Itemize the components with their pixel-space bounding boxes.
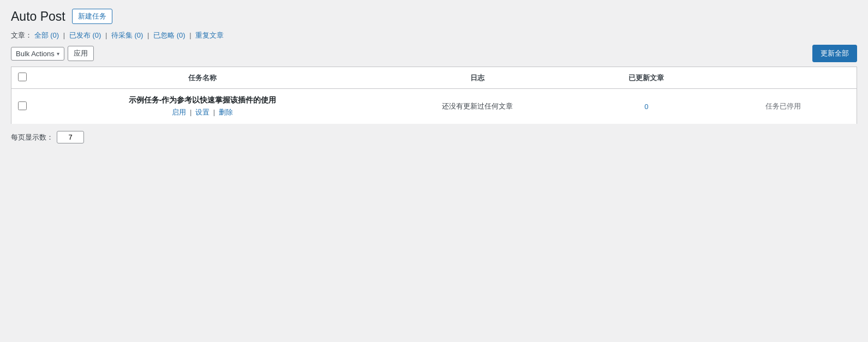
filter-ignored[interactable]: 已忽略 (0) [153, 31, 185, 39]
header-log-col: 日志 [372, 67, 583, 89]
updated-count: 0 [644, 103, 648, 111]
row-updated-cell: 0 [583, 89, 710, 124]
action-sep-1: | [190, 108, 191, 116]
row-checkbox[interactable] [18, 101, 27, 110]
new-task-button[interactable]: 新建任务 [72, 9, 112, 24]
update-all-button[interactable]: 更新全部 [812, 45, 857, 62]
table-row: 示例任务-作为参考以快速掌握该插件的使用 启用 | 设置 | 删除 还没有更新过… [11, 89, 857, 124]
filter-label: 文章 [11, 31, 25, 39]
filter-bar: 文章： 全部 (0) | 已发布 (0) | 待采集 (0) | 已忽略 (0)… [11, 31, 857, 40]
table-header: 任务名称 日志 已更新文章 [11, 67, 857, 89]
footer-bar: 每页显示数： [11, 131, 857, 143]
header-updated-col: 已更新文章 [583, 67, 710, 89]
log-text: 还没有更新过任何文章 [442, 102, 513, 110]
task-status: 任务已停用 [765, 102, 801, 110]
task-enable-link[interactable]: 启用 [172, 108, 186, 116]
page-header: Auto Post 新建任务 [11, 9, 857, 24]
toolbar-left: Bulk Actions ▾ 应用 [11, 46, 94, 61]
filter-duplicate[interactable]: 重复文章 [195, 31, 224, 39]
separator-4: | [189, 31, 191, 39]
header-row: 任务名称 日志 已更新文章 [11, 67, 857, 89]
separator-3: | [147, 31, 149, 39]
task-name: 示例任务-作为参考以快速掌握该插件的使用 [40, 95, 365, 105]
header-status-col [710, 67, 857, 89]
select-all-checkbox[interactable] [18, 73, 27, 81]
chevron-down-icon: ▾ [57, 51, 59, 57]
page-title: Auto Post [11, 9, 65, 24]
filter-published[interactable]: 已发布 (0) [69, 31, 101, 39]
filter-pending[interactable]: 待采集 (0) [111, 31, 143, 39]
task-actions: 启用 | 设置 | 删除 [40, 107, 365, 117]
bulk-actions-label: Bulk Actions [16, 50, 55, 58]
bulk-actions-dropdown[interactable]: Bulk Actions ▾ [11, 47, 64, 61]
apply-button[interactable]: 应用 [68, 46, 94, 61]
separator-2: | [105, 31, 107, 39]
header-checkbox-col [11, 67, 34, 89]
task-delete-link[interactable]: 删除 [219, 108, 233, 116]
task-settings-link[interactable]: 设置 [195, 108, 209, 116]
per-page-label: 每页显示数： [11, 133, 53, 142]
main-table: 任务名称 日志 已更新文章 示例任务-作为参考以快速掌握该插件的使用 启用 | … [11, 67, 857, 124]
row-log-cell: 还没有更新过任何文章 [372, 89, 583, 124]
action-sep-2: | [213, 108, 215, 116]
filter-all[interactable]: 全部 (0) [34, 31, 59, 39]
row-status-cell: 任务已停用 [710, 89, 857, 124]
separator-1: | [63, 31, 65, 39]
row-checkbox-cell [11, 89, 34, 124]
per-page-input[interactable] [57, 131, 84, 143]
row-name-cell: 示例任务-作为参考以快速掌握该插件的使用 启用 | 设置 | 删除 [33, 89, 372, 124]
toolbar: Bulk Actions ▾ 应用 更新全部 [11, 45, 857, 62]
header-name-col: 任务名称 [33, 67, 372, 89]
table-body: 示例任务-作为参考以快速掌握该插件的使用 启用 | 设置 | 删除 还没有更新过… [11, 89, 857, 124]
